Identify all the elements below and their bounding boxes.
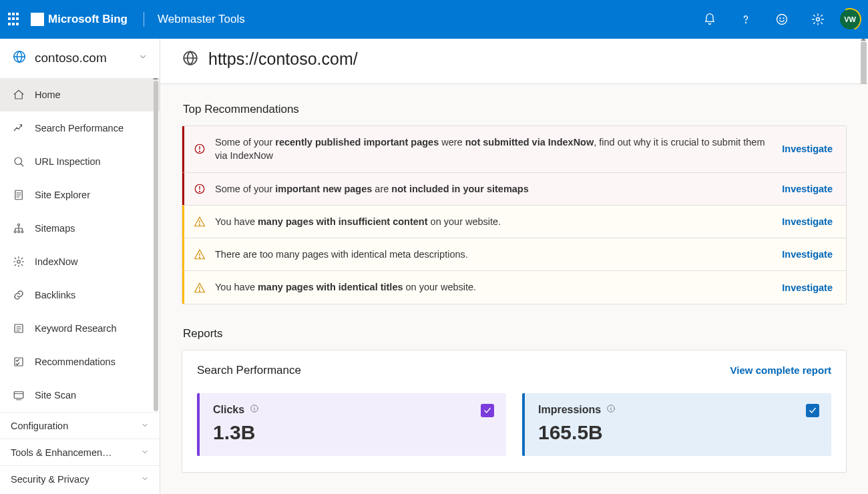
sidebar-item-site-explorer[interactable]: Site Explorer [0, 178, 160, 212]
recs-icon [12, 356, 25, 368]
sidebar-item-backlinks[interactable]: Backlinks [0, 278, 160, 312]
recommendation-text: There are too many pages with identical … [215, 248, 773, 261]
sidebar-item-label: Search Performance [35, 123, 124, 134]
warning-icon [194, 216, 206, 228]
recommendations-list: Some of your recently published importan… [182, 126, 847, 304]
brand-logo[interactable]: Microsoft Bing [31, 13, 128, 26]
sitemap-icon [12, 222, 25, 234]
investigate-link[interactable]: Investigate [782, 184, 833, 194]
sidebar-group-label: Configuration [11, 421, 68, 431]
chevron-down-icon [141, 421, 149, 431]
microsoft-logo-icon [31, 13, 44, 26]
view-complete-report-link[interactable]: View complete report [730, 364, 831, 376]
sidebar-group-configuration[interactable]: Configuration [0, 412, 160, 439]
avatar-initials: VW [844, 15, 856, 23]
globe-icon [12, 49, 27, 66]
brand-text-left: Microsoft Bing [48, 13, 128, 26]
svg-point-3 [783, 18, 784, 19]
svg-point-20 [199, 191, 200, 192]
recommendation-row: There are too many pages with identical … [182, 238, 846, 270]
recommendation-row: Some of your recently published importan… [182, 126, 846, 172]
sidebar-item-search-performance[interactable]: Search Performance [0, 111, 160, 145]
sidebar-item-label: Site Explorer [35, 190, 90, 200]
settings-icon[interactable] [804, 5, 832, 33]
nav-divider [144, 12, 144, 27]
investigate-link[interactable]: Investigate [782, 216, 833, 227]
link-icon [12, 289, 25, 301]
report-card-title: Search Performance [197, 364, 301, 377]
chevron-down-icon [141, 474, 149, 485]
site-picker[interactable]: contoso.com [0, 39, 160, 78]
svg-point-6 [15, 158, 22, 165]
sidebar: contoso.com HomeSearch PerformanceURL In… [0, 39, 160, 494]
svg-point-23 [199, 290, 200, 291]
svg-point-21 [199, 224, 200, 225]
app-launcher-icon[interactable] [8, 13, 21, 26]
warning-icon [194, 282, 206, 294]
svg-rect-15 [14, 392, 23, 399]
recommendation-row: You have many pages with insufficient co… [182, 205, 846, 238]
sidebar-item-sitemaps[interactable]: Sitemaps [0, 212, 160, 245]
recommendation-text: You have many pages with identical title… [215, 280, 773, 294]
sidebar-item-label: Recommendations [35, 356, 116, 367]
metric-checkbox[interactable] [481, 404, 494, 417]
page-header: https://contoso.com/ [160, 39, 868, 84]
help-icon[interactable] [732, 5, 760, 33]
metric-clicks[interactable]: Clicks 1.3B [197, 393, 506, 456]
metric-value: 165.5B [538, 421, 818, 444]
sidebar-item-label: Home [35, 89, 61, 100]
metric-value: 1.3B [213, 421, 493, 444]
recommendation-text: You have many pages with insufficient co… [215, 215, 773, 228]
scrollbar-arrow-up-icon[interactable] [861, 39, 866, 41]
sidebar-group-tools-enhancemen-[interactable]: Tools & Enhancemen… [0, 439, 160, 465]
gear-icon [12, 256, 25, 268]
brand-text-right[interactable]: Webmaster Tools [158, 13, 245, 26]
metric-checkbox[interactable] [806, 404, 819, 417]
sidebar-item-home[interactable]: Home [0, 78, 160, 111]
sidebar-item-url-inspection[interactable]: URL Inspection [0, 145, 160, 178]
trend-icon [12, 122, 25, 134]
sidebar-group-label: Security & Privacy [11, 474, 89, 485]
recommendation-text: Some of your important new pages are not… [215, 182, 773, 196]
sidebar-item-recommendations[interactable]: Recommendations [0, 345, 160, 379]
svg-point-2 [780, 18, 781, 19]
sidebar-item-label: URL Inspection [35, 156, 101, 167]
svg-rect-14 [15, 358, 23, 366]
scrollbar-thumb[interactable] [861, 41, 867, 262]
top-recommendations-title: Top Recommendations [183, 103, 847, 116]
error-icon [194, 143, 206, 155]
top-navbar: Microsoft Bing Webmaster Tools VW [0, 0, 868, 39]
investigate-link[interactable]: Investigate [782, 249, 833, 260]
sidebar-item-label: Site Scan [35, 390, 76, 401]
sidebar-item-label: Keyword Research [35, 323, 117, 334]
avatar[interactable]: VW [840, 9, 860, 29]
globe-icon [182, 49, 199, 69]
sidebar-item-label: Backlinks [35, 290, 75, 300]
error-icon [194, 183, 206, 195]
notifications-icon[interactable] [696, 5, 724, 33]
reports-title: Reports [183, 327, 847, 340]
investigate-link[interactable]: Investigate [782, 144, 833, 154]
investigate-link[interactable]: Investigate [782, 282, 833, 293]
info-icon[interactable] [606, 404, 616, 415]
svg-point-4 [817, 18, 820, 21]
info-icon[interactable] [250, 404, 259, 415]
sidebar-item-label: Sitemaps [35, 223, 75, 234]
metric-impressions[interactable]: Impressions 165.5B [522, 393, 831, 456]
warning-icon [194, 248, 206, 260]
svg-point-0 [746, 23, 746, 23]
home-icon [12, 89, 25, 101]
sidebar-group-label: Tools & Enhancemen… [11, 447, 112, 458]
metric-label: Clicks [213, 404, 244, 416]
search-performance-card: Search Performance View complete report … [182, 350, 847, 473]
sidebar-item-keyword-research[interactable]: Keyword Research [0, 312, 160, 345]
scan-icon [12, 389, 25, 401]
search-icon [12, 156, 25, 168]
feedback-icon[interactable] [768, 5, 796, 33]
sidebar-item-site-scan[interactable]: Site Scan [0, 379, 160, 412]
chevron-down-icon [141, 447, 149, 458]
sidebar-group-security-privacy[interactable]: Security & Privacy [0, 465, 160, 492]
svg-point-22 [199, 257, 200, 258]
metric-label: Impressions [538, 404, 601, 416]
sidebar-item-indexnow[interactable]: IndexNow [0, 245, 160, 278]
